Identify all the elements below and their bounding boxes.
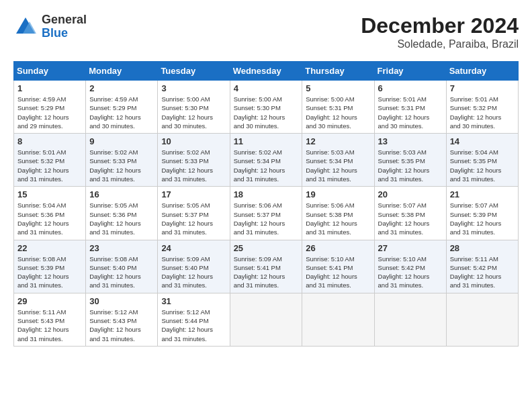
calendar-cell: 9Sunrise: 5:02 AM Sunset: 5:33 PM Daylig… — [86, 134, 158, 187]
day-info: Sunrise: 5:08 AM Sunset: 5:39 PM Dayligh… — [17, 255, 82, 290]
calendar-cell: 21Sunrise: 5:07 AM Sunset: 5:39 PM Dayli… — [446, 187, 518, 240]
day-info: Sunrise: 5:02 AM Sunset: 5:33 PM Dayligh… — [89, 148, 154, 183]
day-number: 22 — [17, 243, 82, 253]
day-number: 16 — [89, 189, 154, 199]
calendar-cell: 6Sunrise: 5:01 AM Sunset: 5:31 PM Daylig… — [374, 81, 446, 134]
calendar-week-row: 29Sunrise: 5:11 AM Sunset: 5:43 PM Dayli… — [14, 293, 519, 346]
day-number: 20 — [378, 189, 443, 199]
day-number: 14 — [450, 136, 515, 146]
day-info: Sunrise: 4:59 AM Sunset: 5:29 PM Dayligh… — [17, 95, 82, 130]
logo-general: General — [42, 13, 87, 27]
column-header-tuesday: Tuesday — [158, 62, 230, 81]
day-number: 21 — [450, 189, 515, 199]
calendar-cell: 24Sunrise: 5:09 AM Sunset: 5:40 PM Dayli… — [158, 240, 230, 293]
calendar-header-row: SundayMondayTuesdayWednesdayThursdayFrid… — [14, 62, 519, 81]
logo: General Blue — [13, 13, 87, 40]
calendar-cell — [302, 293, 374, 346]
calendar-cell: 15Sunrise: 5:04 AM Sunset: 5:36 PM Dayli… — [14, 187, 86, 240]
day-info: Sunrise: 5:11 AM Sunset: 5:43 PM Dayligh… — [17, 308, 82, 343]
day-info: Sunrise: 5:12 AM Sunset: 5:43 PM Dayligh… — [89, 308, 154, 343]
day-number: 19 — [306, 189, 370, 199]
column-header-saturday: Saturday — [446, 62, 518, 81]
calendar-cell: 13Sunrise: 5:03 AM Sunset: 5:35 PM Dayli… — [374, 134, 446, 187]
column-header-wednesday: Wednesday — [230, 62, 302, 81]
calendar-cell: 5Sunrise: 5:00 AM Sunset: 5:31 PM Daylig… — [302, 81, 374, 134]
calendar-cell: 17Sunrise: 5:05 AM Sunset: 5:37 PM Dayli… — [158, 187, 230, 240]
day-number: 28 — [450, 243, 515, 253]
month-title: December 2024 — [361, 13, 519, 38]
calendar-week-row: 8Sunrise: 5:01 AM Sunset: 5:32 PM Daylig… — [14, 134, 519, 187]
day-info: Sunrise: 5:03 AM Sunset: 5:34 PM Dayligh… — [306, 148, 370, 183]
day-number: 25 — [234, 243, 299, 253]
title-block: December 2024 Soledade, Paraiba, Brazil — [361, 13, 519, 50]
day-info: Sunrise: 5:04 AM Sunset: 5:36 PM Dayligh… — [17, 201, 82, 236]
day-info: Sunrise: 5:01 AM Sunset: 5:32 PM Dayligh… — [450, 95, 515, 130]
calendar-week-row: 15Sunrise: 5:04 AM Sunset: 5:36 PM Dayli… — [14, 187, 519, 240]
day-info: Sunrise: 5:03 AM Sunset: 5:35 PM Dayligh… — [378, 148, 443, 183]
day-info: Sunrise: 5:07 AM Sunset: 5:39 PM Dayligh… — [450, 201, 515, 236]
day-number: 30 — [89, 296, 154, 306]
day-info: Sunrise: 5:09 AM Sunset: 5:41 PM Dayligh… — [234, 255, 299, 290]
day-number: 2 — [89, 83, 154, 93]
logo-icon — [13, 15, 38, 39]
day-info: Sunrise: 5:02 AM Sunset: 5:33 PM Dayligh… — [161, 148, 226, 183]
calendar-cell: 3Sunrise: 5:00 AM Sunset: 5:30 PM Daylig… — [158, 81, 230, 134]
day-number: 5 — [306, 83, 370, 93]
day-info: Sunrise: 5:01 AM Sunset: 5:32 PM Dayligh… — [17, 148, 82, 183]
day-info: Sunrise: 5:10 AM Sunset: 5:42 PM Dayligh… — [378, 255, 443, 290]
location: Soledade, Paraiba, Brazil — [361, 38, 519, 50]
day-number: 17 — [161, 189, 226, 199]
calendar-cell — [230, 293, 302, 346]
calendar-cell: 14Sunrise: 5:04 AM Sunset: 5:35 PM Dayli… — [446, 134, 518, 187]
page-header: General Blue December 2024 Soledade, Par… — [13, 13, 519, 50]
day-number: 9 — [89, 136, 154, 146]
day-info: Sunrise: 5:10 AM Sunset: 5:41 PM Dayligh… — [306, 255, 370, 290]
calendar-cell: 2Sunrise: 4:59 AM Sunset: 5:29 PM Daylig… — [86, 81, 158, 134]
day-number: 31 — [161, 296, 226, 306]
day-number: 1 — [17, 83, 82, 93]
column-header-thursday: Thursday — [302, 62, 374, 81]
day-number: 8 — [17, 136, 82, 146]
calendar-cell: 20Sunrise: 5:07 AM Sunset: 5:38 PM Dayli… — [374, 187, 446, 240]
calendar-cell: 1Sunrise: 4:59 AM Sunset: 5:29 PM Daylig… — [14, 81, 86, 134]
day-number: 12 — [306, 136, 370, 146]
day-number: 4 — [234, 83, 299, 93]
day-info: Sunrise: 5:11 AM Sunset: 5:42 PM Dayligh… — [450, 255, 515, 290]
day-number: 6 — [378, 83, 443, 93]
calendar-cell: 30Sunrise: 5:12 AM Sunset: 5:43 PM Dayli… — [86, 293, 158, 346]
day-number: 11 — [234, 136, 299, 146]
logo-text: General Blue — [42, 13, 87, 40]
day-number: 7 — [450, 83, 515, 93]
day-info: Sunrise: 5:07 AM Sunset: 5:38 PM Dayligh… — [378, 201, 443, 236]
day-info: Sunrise: 5:00 AM Sunset: 5:31 PM Dayligh… — [306, 95, 370, 130]
calendar-week-row: 22Sunrise: 5:08 AM Sunset: 5:39 PM Dayli… — [14, 240, 519, 293]
day-number: 10 — [161, 136, 226, 146]
day-number: 29 — [17, 296, 82, 306]
calendar-cell: 19Sunrise: 5:06 AM Sunset: 5:38 PM Dayli… — [302, 187, 374, 240]
calendar-cell: 7Sunrise: 5:01 AM Sunset: 5:32 PM Daylig… — [446, 81, 518, 134]
column-header-monday: Monday — [86, 62, 158, 81]
day-number: 3 — [161, 83, 226, 93]
calendar-cell: 25Sunrise: 5:09 AM Sunset: 5:41 PM Dayli… — [230, 240, 302, 293]
day-info: Sunrise: 5:01 AM Sunset: 5:31 PM Dayligh… — [378, 95, 443, 130]
calendar-cell: 29Sunrise: 5:11 AM Sunset: 5:43 PM Dayli… — [14, 293, 86, 346]
calendar-cell: 28Sunrise: 5:11 AM Sunset: 5:42 PM Dayli… — [446, 240, 518, 293]
day-info: Sunrise: 5:08 AM Sunset: 5:40 PM Dayligh… — [89, 255, 154, 290]
day-info: Sunrise: 5:02 AM Sunset: 5:34 PM Dayligh… — [234, 148, 299, 183]
day-number: 23 — [89, 243, 154, 253]
calendar-week-row: 1Sunrise: 4:59 AM Sunset: 5:29 PM Daylig… — [14, 81, 519, 134]
calendar-cell: 22Sunrise: 5:08 AM Sunset: 5:39 PM Dayli… — [14, 240, 86, 293]
day-info: Sunrise: 5:05 AM Sunset: 5:36 PM Dayligh… — [89, 201, 154, 236]
day-number: 13 — [378, 136, 443, 146]
day-info: Sunrise: 5:00 AM Sunset: 5:30 PM Dayligh… — [161, 95, 226, 130]
day-info: Sunrise: 5:09 AM Sunset: 5:40 PM Dayligh… — [161, 255, 226, 290]
day-number: 18 — [234, 189, 299, 199]
calendar-cell: 16Sunrise: 5:05 AM Sunset: 5:36 PM Dayli… — [86, 187, 158, 240]
day-number: 24 — [161, 243, 226, 253]
calendar-table: SundayMondayTuesdayWednesdayThursdayFrid… — [13, 61, 519, 347]
day-info: Sunrise: 5:05 AM Sunset: 5:37 PM Dayligh… — [161, 201, 226, 236]
logo-blue: Blue — [42, 27, 87, 40]
day-info: Sunrise: 5:06 AM Sunset: 5:37 PM Dayligh… — [234, 201, 299, 236]
calendar-cell: 31Sunrise: 5:12 AM Sunset: 5:44 PM Dayli… — [158, 293, 230, 346]
calendar-cell: 23Sunrise: 5:08 AM Sunset: 5:40 PM Dayli… — [86, 240, 158, 293]
